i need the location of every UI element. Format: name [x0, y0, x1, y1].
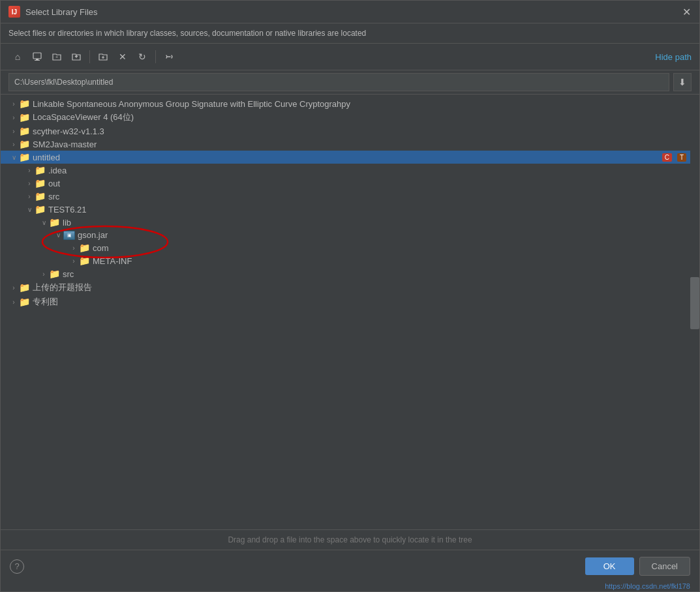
file-tree: › 📁 Linkable Spontaneous Anonymous Group…	[1, 95, 699, 529]
folder-icon-loca: 📁	[19, 112, 30, 123]
tree-item-sm2java[interactable]: › 📁 SM2Java-master	[1, 138, 699, 151]
label-upload: 上传的开题报告	[33, 282, 92, 293]
arrow-idea: ›	[24, 167, 35, 174]
tree-item-upload[interactable]: › 📁 上传的开题报告	[1, 280, 699, 295]
arrow-untitled: ∨	[8, 154, 19, 161]
watermark: https://blog.csdn.net/fkl178	[1, 582, 699, 591]
folder-icon-test621: 📁	[35, 204, 46, 215]
scrollbar-track	[690, 95, 699, 529]
refresh-button[interactable]: ↻	[133, 48, 151, 66]
bottom-buttons: OK Cancel	[585, 557, 690, 576]
tree-item-src2[interactable]: › 📁 src	[1, 267, 699, 280]
home-button[interactable]: ⌂	[8, 48, 27, 66]
folder-icon-com: 📁	[79, 243, 90, 253]
badge-c: C	[662, 153, 672, 162]
folder-icon-lib: 📁	[49, 217, 60, 228]
arrow-src2: ›	[38, 271, 49, 278]
app-icon: IJ	[8, 6, 20, 18]
svg-rect-1	[36, 59, 38, 60]
tree-item-gson[interactable]: ∨ ▣ gson.jar	[1, 229, 699, 241]
help-button[interactable]: ?	[10, 559, 24, 574]
folder-icon-out: 📁	[35, 178, 46, 188]
tree-item-untitled[interactable]: ∨ 📁 untitled C T	[1, 151, 699, 164]
gson-row-wrapper: ∨ ▣ gson.jar	[1, 229, 699, 241]
label-sm2java: SM2Java-master	[33, 140, 97, 149]
arrow-patent: ›	[8, 299, 19, 306]
folder-icon-idea: 📁	[35, 165, 46, 175]
label-src1: src	[48, 192, 59, 201]
path-input[interactable]	[8, 73, 669, 91]
close-button[interactable]: ✕	[681, 7, 692, 17]
select-library-files-dialog: IJ Select Library Files ✕ Select files o…	[0, 0, 700, 592]
delete-button[interactable]: ✕	[114, 48, 132, 66]
arrow-out: ›	[24, 180, 35, 187]
badge-t: T	[677, 153, 686, 162]
label-patent: 专利图	[33, 296, 58, 308]
label-test621: TEST6.21	[48, 205, 87, 215]
label-src2: src	[63, 269, 74, 279]
folder-add-button[interactable]	[94, 48, 112, 66]
toolbar: ⌂ + ✕ ↻ Hide path	[1, 44, 699, 70]
svg-rect-0	[33, 53, 41, 59]
folder-icon-patent: 📁	[19, 297, 30, 307]
tree-item-loca[interactable]: › 📁 LocaSpaceViewer 4 (64位)	[1, 110, 699, 125]
ok-button[interactable]: OK	[585, 557, 634, 575]
arrow-metainf: ›	[68, 258, 79, 265]
dialog-subtitle: Select files or directories in which lib…	[1, 23, 699, 44]
tree-item-com[interactable]: › 📁 com	[1, 241, 699, 254]
arrow-src1: ›	[24, 193, 35, 200]
label-linkable: Linkable Spontaneous Anonymous Group Sig…	[33, 99, 350, 109]
tree-item-out[interactable]: › 📁 out	[1, 177, 699, 190]
dialog-title: Select Library Files	[25, 7, 98, 17]
tree-item-metainf[interactable]: › 📁 META-INF	[1, 254, 699, 267]
folder-icon-metainf: 📁	[79, 256, 90, 266]
toolbar-separator-2	[155, 50, 156, 63]
tree-item-src1[interactable]: › 📁 src	[1, 190, 699, 203]
label-gson: gson.jar	[78, 230, 108, 240]
folder-icon-upload: 📁	[19, 282, 30, 293]
path-bar: ⬇	[1, 70, 699, 95]
scrollbar-thumb[interactable]	[690, 277, 699, 329]
arrow-upload: ›	[8, 284, 19, 291]
folder-up-button[interactable]	[67, 48, 85, 66]
folder-icon-untitled: 📁	[19, 152, 30, 162]
tree-item-idea[interactable]: › 📁 .idea	[1, 164, 699, 177]
bottom-bar: ? OK Cancel	[1, 550, 699, 582]
tree-item-linkable[interactable]: › 📁 Linkable Spontaneous Anonymous Group…	[1, 97, 699, 110]
link-button[interactable]	[160, 48, 178, 66]
toolbar-separator-1	[89, 50, 90, 63]
tree-item-test621[interactable]: ∨ 📁 TEST6.21	[1, 203, 699, 216]
title-bar: IJ Select Library Files ✕	[1, 1, 699, 23]
arrow-linkable: ›	[8, 100, 19, 108]
label-com: com	[93, 243, 109, 253]
folder-icon-src1: 📁	[35, 191, 46, 201]
arrow-test621: ∨	[24, 206, 35, 213]
new-folder-button[interactable]: +	[48, 48, 66, 66]
folder-icon-src2: 📁	[49, 269, 60, 279]
hide-path-button[interactable]: Hide path	[655, 52, 692, 62]
tree-item-lib[interactable]: ∨ 📁 lib	[1, 216, 699, 229]
jar-icon-gson: ▣	[63, 231, 75, 240]
label-out: out	[48, 179, 60, 188]
svg-text:+: +	[55, 55, 58, 59]
label-untitled: untitled	[33, 153, 60, 162]
desktop-button[interactable]	[28, 48, 46, 66]
folder-icon-sm2java: 📁	[19, 139, 30, 149]
arrow-gson: ∨	[53, 231, 63, 239]
arrow-loca: ›	[8, 114, 19, 121]
cancel-button[interactable]: Cancel	[639, 557, 690, 576]
path-go-button[interactable]: ⬇	[673, 73, 692, 91]
arrow-lib: ∨	[38, 219, 49, 226]
title-bar-left: IJ Select Library Files	[8, 6, 98, 18]
arrow-com: ›	[68, 244, 79, 252]
tree-item-patent[interactable]: › 📁 专利图	[1, 295, 699, 309]
svg-rect-2	[35, 60, 40, 61]
folder-icon-linkable: 📁	[19, 98, 30, 109]
label-metainf: META-INF	[93, 256, 132, 266]
tree-item-scyther[interactable]: › 📁 scyther-w32-v1.1.3	[1, 125, 699, 138]
arrow-sm2java: ›	[8, 141, 19, 148]
label-lib: lib	[63, 218, 71, 228]
folder-icon-scyther: 📁	[19, 126, 30, 136]
label-loca: LocaSpaceViewer 4 (64位)	[33, 111, 134, 123]
label-idea: .idea	[48, 166, 67, 175]
